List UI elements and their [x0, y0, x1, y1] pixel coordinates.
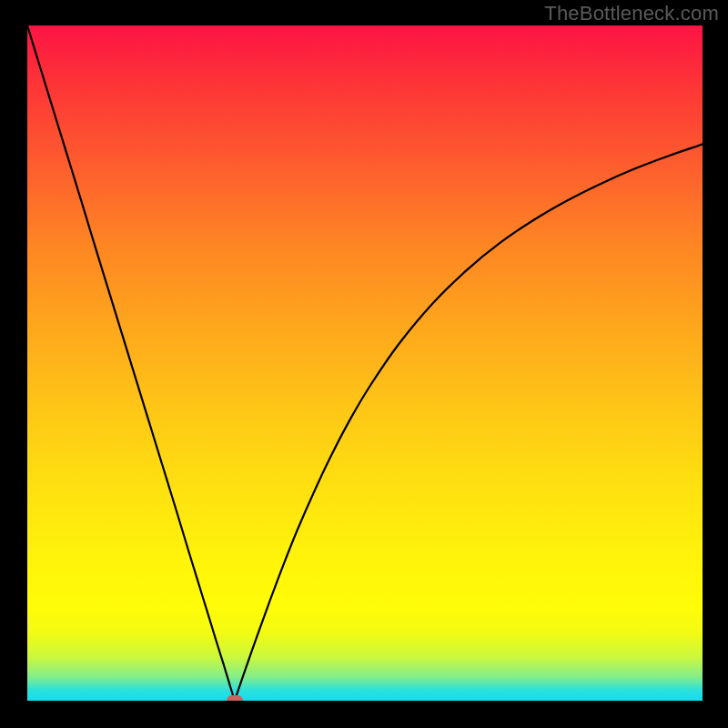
curve-svg [27, 25, 703, 701]
curve-left-branch [27, 25, 235, 701]
curve-right-branch [235, 145, 703, 701]
watermark-text: TheBottleneck.com [544, 2, 719, 25]
chart-frame: TheBottleneck.com [0, 0, 728, 728]
plot-area [27, 25, 703, 701]
bottleneck-marker [227, 695, 243, 701]
